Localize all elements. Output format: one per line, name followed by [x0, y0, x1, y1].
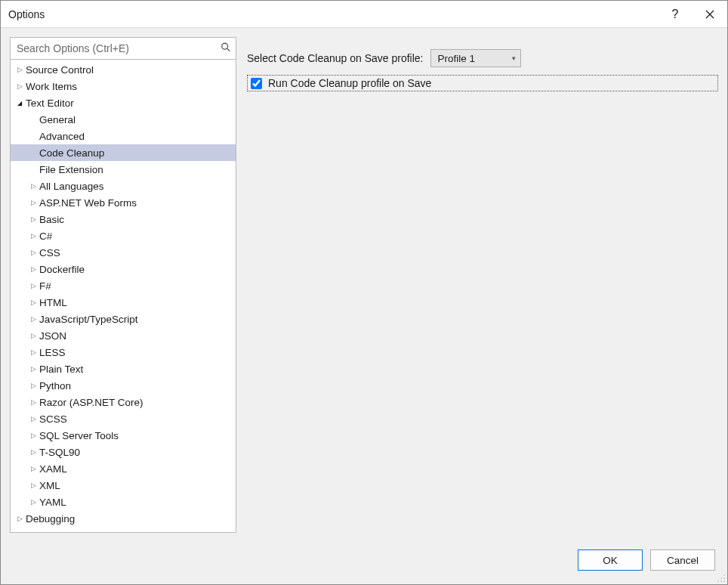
tree-item-label: JavaScript/TypeScript: [39, 314, 138, 325]
tree-expand-icon[interactable]: ▷: [15, 515, 24, 522]
tree-item[interactable]: ▷SCSS: [11, 410, 236, 427]
tree-item[interactable]: ▷XML: [11, 477, 236, 494]
tree-expand-icon[interactable]: ▷: [29, 348, 38, 356]
resize-grip-icon[interactable]: [717, 574, 726, 583]
tree-item[interactable]: ▷Source Control: [11, 61, 236, 78]
tree-item-label: YAML: [39, 497, 66, 508]
tree-expand-icon[interactable]: ▷: [29, 182, 38, 190]
profile-label: Select Code Cleanup on Save profile:: [247, 52, 423, 64]
tree-expand-icon[interactable]: ▷: [29, 332, 38, 339]
tree-collapse-icon[interactable]: ◢: [15, 100, 24, 107]
tree-expand-icon[interactable]: ▷: [29, 299, 38, 306]
window-title: Options: [8, 8, 45, 20]
tree-item-label: Dockerfile: [39, 264, 85, 275]
options-tree[interactable]: ▷Source Control▷Work Items◢Text Editor▷G…: [11, 60, 236, 532]
ok-button[interactable]: OK: [578, 549, 643, 571]
run-cleanup-checkbox[interactable]: [251, 78, 262, 89]
run-cleanup-checkbox-row[interactable]: Run Code Cleanup profile on Save: [247, 75, 718, 91]
tree-expand-icon[interactable]: ▷: [29, 448, 38, 456]
tree-item[interactable]: ▷General: [11, 111, 236, 128]
tree-expand-icon[interactable]: ▷: [29, 415, 38, 422]
tree-item[interactable]: ▷JavaScript/TypeScript: [11, 311, 236, 327]
tree-expand-icon[interactable]: ▷: [29, 249, 38, 256]
close-icon: [705, 10, 714, 19]
tree-item-label: C#: [39, 231, 52, 242]
tree-item-label: ASP.NET Web Forms: [39, 197, 137, 209]
tree-item-label: File Extension: [39, 164, 103, 175]
svg-line-3: [227, 48, 230, 51]
tree-item[interactable]: ▷CSS: [11, 244, 236, 261]
svg-point-6: [723, 577, 725, 579]
svg-point-2: [222, 43, 228, 49]
search-input[interactable]: [15, 42, 231, 55]
tree-item-label: Source Control: [26, 64, 94, 76]
tree-item[interactable]: ▷File Extension: [11, 161, 236, 178]
tree-expand-icon[interactable]: ▷: [15, 66, 24, 73]
tree-item[interactable]: ▷Plain Text: [11, 361, 236, 377]
tree-item[interactable]: ◢Text Editor: [11, 94, 236, 111]
cancel-button[interactable]: Cancel: [650, 549, 715, 571]
tree-expand-icon[interactable]: ▷: [29, 365, 38, 373]
tree-item-label: CSS: [39, 247, 60, 258]
tree-item[interactable]: ▷Advanced: [11, 128, 236, 144]
options-dialog: Options ? ▷Source Co: [0, 0, 728, 585]
help-icon: ?: [672, 8, 679, 21]
tree-expand-icon[interactable]: ▷: [29, 265, 38, 273]
ok-button-label: OK: [603, 555, 618, 566]
svg-point-9: [723, 580, 725, 582]
tree-item[interactable]: ▷Basic: [11, 211, 236, 228]
tree-expand-icon[interactable]: ▷: [29, 315, 38, 323]
tree-expand-icon[interactable]: ▷: [29, 282, 38, 289]
tree-item[interactable]: ▷YAML: [11, 494, 236, 510]
profile-combobox[interactable]: Profile 1 ▾: [430, 49, 521, 67]
tree-expand-icon[interactable]: ▷: [29, 215, 38, 223]
tree-expand-icon[interactable]: ▷: [29, 382, 38, 389]
tree-expand-icon[interactable]: ▷: [29, 498, 38, 506]
tree-item[interactable]: ▷JSON: [11, 327, 236, 344]
tree-item-label: Plain Text: [39, 364, 83, 375]
tree-expand-icon[interactable]: ▷: [29, 432, 38, 439]
cancel-button-label: Cancel: [667, 555, 699, 566]
tree-item-label: T-SQL90: [39, 447, 80, 458]
options-tree-container: ▷Source Control▷Work Items◢Text Editor▷G…: [10, 60, 236, 533]
tree-expand-icon[interactable]: ▷: [29, 465, 38, 472]
dialog-footer: OK Cancel: [1, 542, 727, 584]
tree-item[interactable]: ▷ASP.NET Web Forms: [11, 194, 236, 211]
tree-item[interactable]: ▷Python: [11, 377, 236, 394]
tree-item[interactable]: ▷T-SQL90: [11, 444, 236, 460]
help-button[interactable]: ?: [658, 1, 693, 28]
tree-item-label: Basic: [39, 214, 64, 225]
tree-item[interactable]: ▷SQL Server Tools: [11, 427, 236, 444]
tree-item[interactable]: ▷Dockerfile: [11, 261, 236, 277]
tree-item[interactable]: ▷Razor (ASP.NET Core): [11, 394, 236, 410]
tree-item-label: Razor (ASP.NET Core): [39, 397, 143, 408]
close-button[interactable]: [693, 1, 727, 28]
tree-item[interactable]: ▷LESS: [11, 344, 236, 361]
tree-item[interactable]: ▷Debugging: [11, 510, 236, 527]
tree-item-label: Work Items: [26, 81, 77, 92]
tree-item[interactable]: ▷Code Cleanup: [11, 144, 236, 161]
tree-item[interactable]: ▷XAML: [11, 460, 236, 477]
chevron-down-icon: ▾: [512, 54, 516, 62]
tree-item-label: Text Editor: [26, 98, 74, 109]
tree-item-label: All Languages: [39, 181, 104, 192]
tree-expand-icon[interactable]: ▷: [29, 199, 38, 206]
tree-expand-icon[interactable]: ▷: [29, 481, 38, 489]
tree-item-label: General: [39, 114, 76, 125]
tree-item-label: Debugging: [26, 513, 75, 525]
tree-expand-icon[interactable]: ▷: [29, 232, 38, 240]
titlebar: Options ?: [1, 1, 727, 28]
tree-item[interactable]: ▷HTML: [11, 294, 236, 311]
search-box[interactable]: [10, 37, 236, 60]
tree-expand-icon[interactable]: ▷: [15, 82, 24, 90]
tree-item[interactable]: ▷All Languages: [11, 178, 236, 194]
tree-item-label: Python: [39, 380, 71, 392]
svg-point-8: [720, 580, 722, 582]
tree-expand-icon[interactable]: ▷: [29, 398, 38, 406]
tree-item-label: JSON: [39, 330, 66, 342]
tree-item[interactable]: ▷Work Items: [11, 78, 236, 94]
tree-item[interactable]: ▷F#: [11, 277, 236, 294]
tree-item-label: SCSS: [39, 413, 67, 425]
tree-item[interactable]: ▷C#: [11, 228, 236, 244]
tree-item-label: SQL Server Tools: [39, 430, 119, 441]
